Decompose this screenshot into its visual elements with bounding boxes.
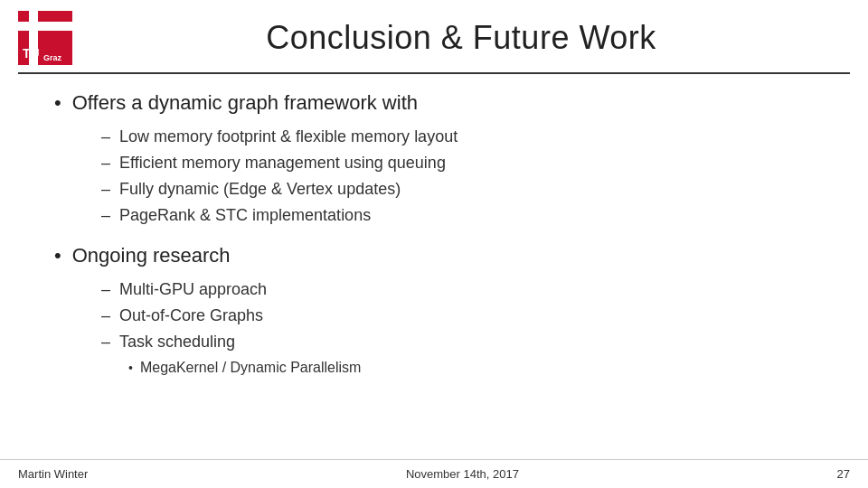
sub-bullets-2: – Multi-GPU approach – Out-of-Core Graph… [54, 278, 814, 378]
section-1: • Offers a dynamic graph framework with … [54, 90, 814, 227]
dash-2-3: – [101, 331, 110, 353]
sub-bullet-text-1-3: Fully dynamic (Edge & Vertex updates) [119, 178, 401, 201]
bullet-text-1: Offers a dynamic graph framework with [72, 90, 418, 117]
sub-bullet-2-1: – Multi-GPU approach [101, 278, 814, 301]
svg-rect-2 [18, 22, 72, 31]
title-area: Conclusion & Future Work [72, 19, 850, 57]
sub-sub-bullet-text-2-1: MegaKernel / Dynamic Parallelism [140, 358, 362, 378]
svg-text:Graz: Graz [43, 53, 62, 62]
header: TU Graz Conclusion & Future Work [0, 0, 868, 65]
dash-1-3: – [101, 178, 110, 201]
sub-bullet-text-2-3: Task scheduling [119, 331, 235, 353]
dash-1-4: – [101, 204, 110, 227]
content-area: • Offers a dynamic graph framework with … [0, 74, 868, 378]
main-bullet-1: • Offers a dynamic graph framework with [54, 90, 814, 117]
sub-bullet-text-1-2: Efficient memory management using queuin… [119, 152, 446, 174]
bullet-text-2: Ongoing research [72, 243, 231, 269]
slide-title: Conclusion & Future Work [72, 19, 850, 57]
footer-date: November 14th, 2017 [406, 467, 519, 481]
sub-bullet-text-2-1: Multi-GPU approach [119, 278, 267, 301]
sub-bullet-2-2: – Out-of-Core Graphs [101, 305, 814, 327]
bullet-dot-2: • [54, 243, 61, 269]
sub-bullet-1-2: – Efficient memory management using queu… [101, 152, 814, 174]
sub-bullet-text-1-1: Low memory footprint & flexible memory l… [119, 126, 458, 148]
sub-bullet-text-2-2: Out-of-Core Graphs [119, 305, 263, 327]
sub-sub-bullets-2: • MegaKernel / Dynamic Parallelism [101, 358, 814, 378]
sub-bullet-1-1: – Low memory footprint & flexible memory… [101, 126, 814, 148]
dash-2-2: – [101, 305, 110, 327]
sub-bullet-1-4: – PageRank & STC implementations [101, 204, 814, 227]
sub-bullet-text-1-4: PageRank & STC implementations [119, 204, 371, 227]
sub-bullet-2-3: – Task scheduling [101, 331, 814, 353]
dash-1-1: – [101, 126, 110, 148]
sub-sub-bullet-2-1: • MegaKernel / Dynamic Parallelism [128, 358, 814, 378]
sub-bullets-1: – Low memory footprint & flexible memory… [54, 126, 814, 228]
dash-2-1: – [101, 278, 110, 301]
main-bullet-2: • Ongoing research [54, 243, 814, 269]
sub-bullet-1-3: – Fully dynamic (Edge & Vertex updates) [101, 178, 814, 201]
footer-author: Martin Winter [18, 467, 88, 481]
tu-graz-logo: TU Graz [18, 11, 72, 65]
dash-1-2: – [101, 152, 110, 174]
bullet-dot-1: • [54, 90, 61, 117]
footer: Martin Winter November 14th, 2017 27 [0, 459, 868, 488]
section-2: • Ongoing research – Multi-GPU approach … [54, 243, 814, 378]
footer-page: 27 [837, 467, 850, 481]
sub-sub-dot-2-1: • [128, 360, 133, 378]
svg-text:TU: TU [23, 46, 40, 61]
